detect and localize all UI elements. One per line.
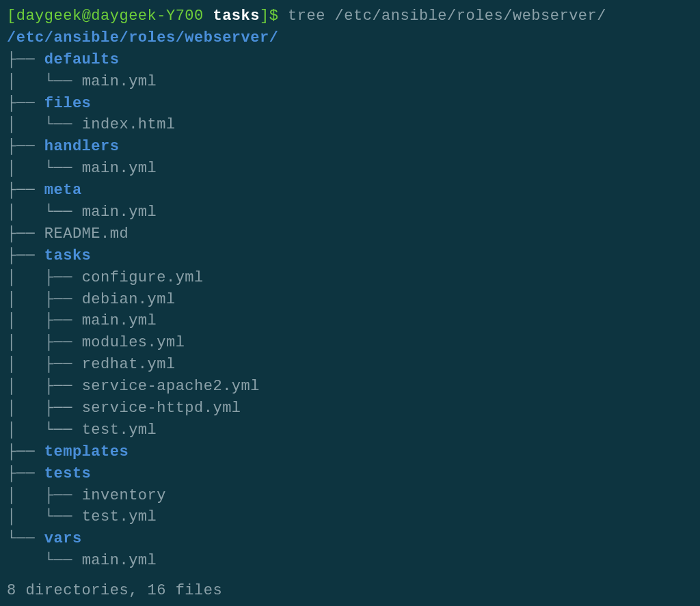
tree-line: │ └── main.yml — [7, 71, 693, 93]
tree-file: main.yml — [82, 73, 157, 90]
tree-file: main.yml — [82, 204, 157, 221]
tree-dir: files — [44, 95, 92, 112]
tree-file: inventory — [82, 487, 166, 504]
tree-branch: │ ├── — [7, 312, 82, 329]
tree-line: ├── templates — [7, 441, 693, 463]
tree-file: main.yml — [82, 552, 157, 569]
tree-file: service-httpd.yml — [82, 400, 241, 417]
tree-dir: vars — [44, 530, 82, 547]
tree-file: test.yml — [82, 508, 157, 525]
tree-branch: │ ├── — [7, 487, 82, 504]
tree-file: main.yml — [82, 312, 157, 329]
tree-branch: ├── — [7, 51, 44, 68]
tree-branch: │ └── — [7, 508, 82, 525]
tree-file: test.yml — [82, 422, 157, 439]
tree-line: ├── README.md — [7, 223, 693, 245]
tree-file: index.html — [82, 116, 176, 133]
tree-dir: tests — [44, 465, 92, 482]
tree-line: │ ├── debian.yml — [7, 289, 693, 311]
tree-line: ├── defaults — [7, 49, 693, 71]
tree-branch: │ └── — [7, 73, 82, 90]
tree-branch: │ └── — [7, 204, 82, 221]
prompt-at: @ — [82, 8, 92, 25]
prompt-sep — [204, 8, 213, 25]
tree-branch: │ ├── — [7, 378, 82, 395]
tree-dir: templates — [44, 443, 129, 460]
tree-line: │ ├── configure.yml — [7, 267, 693, 289]
tree-line: │ ├── service-httpd.yml — [7, 398, 693, 419]
prompt-open-bracket: [ — [7, 8, 16, 25]
tree-line: └── main.yml — [7, 550, 693, 572]
tree-line: ├── files — [7, 93, 693, 115]
tree-file: configure.yml — [82, 269, 204, 286]
tree-line: │ └── main.yml — [7, 158, 693, 180]
tree-branch: │ └── — [7, 116, 82, 133]
terminal-prompt-line: [daygeek@daygeek-Y700 tasks]$ tree /etc/… — [7, 5, 693, 27]
tree-file: README.md — [44, 225, 129, 243]
tree-branch: │ ├── — [7, 356, 82, 373]
tree-branch: └── — [7, 530, 44, 547]
tree-branch: ├── — [7, 465, 44, 482]
tree-line: │ ├── redhat.yml — [7, 354, 693, 376]
tree-branch: └── — [7, 552, 82, 569]
tree-line: │ ├── inventory — [7, 485, 693, 507]
tree-branch: │ ├── — [7, 400, 82, 417]
tree-line: └── vars — [7, 528, 693, 550]
tree-branch: ├── — [7, 138, 44, 155]
tree-line: │ ├── modules.yml — [7, 332, 693, 354]
tree-line: │ └── test.yml — [7, 506, 693, 528]
tree-branch: │ └── — [7, 422, 82, 439]
command-text[interactable]: tree /etc/ansible/roles/webserver/ — [278, 8, 606, 25]
tree-branch: │ └── — [7, 160, 82, 177]
tree-line: ├── handlers — [7, 136, 693, 158]
tree-branch: │ ├── — [7, 334, 82, 351]
tree-branch: │ ├── — [7, 269, 82, 286]
tree-file: main.yml — [82, 160, 157, 177]
prompt-cwd: tasks — [213, 8, 260, 25]
tree-dir: defaults — [44, 51, 120, 68]
tree-branch: ├── — [7, 247, 44, 264]
prompt-host: daygeek-Y700 — [91, 8, 203, 25]
prompt-user: daygeek — [16, 8, 82, 25]
tree-line: │ └── test.yml — [7, 419, 693, 441]
tree-line: ├── tasks — [7, 245, 693, 267]
tree-file: modules.yml — [82, 334, 185, 351]
tree-file: debian.yml — [82, 291, 176, 308]
prompt-close-bracket: ] — [260, 8, 269, 25]
tree-branch: ├── — [7, 95, 44, 112]
tree-output: ├── defaults│ └── main.yml├── files│ └──… — [7, 49, 693, 572]
path-heading: /etc/ansible/roles/webserver/ — [7, 27, 693, 49]
tree-file: service-apache2.yml — [82, 378, 260, 395]
tree-branch: ├── — [7, 225, 44, 243]
prompt-dollar: $ — [269, 8, 279, 25]
tree-line: │ └── main.yml — [7, 202, 693, 223]
tree-line: │ ├── service-apache2.yml — [7, 376, 693, 398]
tree-dir: tasks — [44, 247, 92, 264]
tree-dir: meta — [44, 182, 82, 199]
tree-line: │ ├── main.yml — [7, 310, 693, 332]
tree-branch: ├── — [7, 182, 44, 199]
summary-line: 8 directories, 16 files — [7, 580, 693, 602]
tree-file: redhat.yml — [82, 356, 176, 373]
tree-line: ├── meta — [7, 180, 693, 202]
tree-branch: │ ├── — [7, 291, 82, 308]
tree-branch: ├── — [7, 443, 44, 460]
tree-line: │ └── index.html — [7, 114, 693, 136]
tree-line: ├── tests — [7, 463, 693, 485]
tree-dir: handlers — [44, 138, 120, 155]
